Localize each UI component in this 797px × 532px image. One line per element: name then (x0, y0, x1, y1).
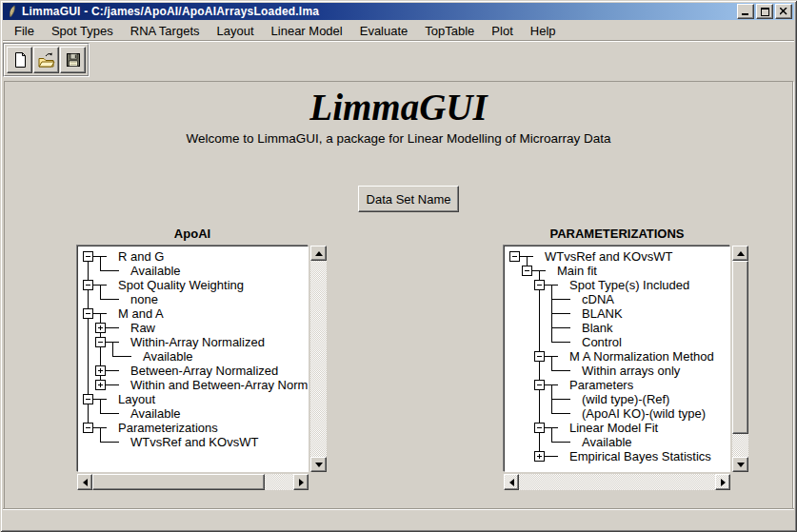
tree-collapse-toggle[interactable] (95, 337, 106, 347)
open-file-button[interactable] (33, 47, 59, 73)
arrow-up-icon (315, 251, 323, 256)
tree-collapse-toggle[interactable] (83, 308, 93, 319)
tree-collapse-toggle[interactable] (534, 380, 545, 390)
save-file-button[interactable] (60, 47, 86, 73)
new-file-icon (11, 51, 29, 69)
menu-item-help[interactable]: Help (522, 22, 565, 40)
window-title: LimmaGUI - C:/james/ApoAI/ApoAIArraysLoa… (22, 5, 737, 18)
tree-collapse-toggle[interactable] (83, 280, 93, 290)
close-button[interactable] (775, 4, 792, 19)
scroll-left-button[interactable] (504, 474, 519, 490)
tree-node-label[interactable]: Within arrays only (582, 364, 680, 378)
tree-connector-line (92, 256, 107, 257)
tree-node-label[interactable]: (ApoAI KO)-(wild type) (582, 406, 706, 421)
tree-node-label[interactable]: Layout (118, 392, 155, 406)
left-tree-horizontal-scrollbar[interactable] (77, 474, 309, 490)
tree-connector-line (544, 456, 558, 457)
tree-node-label[interactable]: Blank (582, 321, 613, 335)
tree-node-label[interactable]: Raw (130, 321, 155, 335)
left-tree-header: ApoAI (77, 227, 308, 242)
tree-node-label[interactable]: cDNA (582, 292, 614, 306)
tree-node-label[interactable]: BLANK (582, 306, 623, 321)
tree-node-label[interactable]: Within-Array Normalized (130, 335, 265, 349)
tree-collapse-toggle[interactable] (534, 280, 545, 290)
tree-connector-line (551, 356, 552, 370)
left-tree-vertical-scrollbar[interactable] (310, 246, 327, 472)
tree-node-label[interactable]: Linear Model Fit (569, 421, 658, 435)
tree-collapse-toggle[interactable] (83, 394, 93, 404)
right-tree-vertical-scrollbar[interactable] (732, 246, 748, 472)
tree-node-label[interactable]: Spot Type(s) Included (569, 278, 689, 292)
scroll-up-button[interactable] (310, 246, 327, 261)
tree-node-label[interactable]: WTvsRef and KOvsWT (130, 435, 258, 449)
tree-node-label[interactable]: R and G (118, 249, 164, 264)
tree-node-label[interactable]: Between-Array Normalized (130, 364, 278, 378)
tree-node-label[interactable]: Spot Quality Weighting (118, 278, 244, 292)
tree-collapse-toggle[interactable] (534, 423, 545, 433)
tree-node-label[interactable]: Available (130, 264, 181, 278)
vertical-scroll-thumb[interactable] (732, 261, 748, 434)
menu-item-file[interactable]: File (6, 22, 43, 40)
tree-node-label[interactable]: Within and Between-Array Norm (130, 378, 308, 392)
scroll-right-button[interactable] (715, 474, 730, 490)
tree-expand-toggle[interactable] (95, 380, 106, 390)
menu-item-toptable[interactable]: TopTable (416, 22, 483, 40)
tree-collapse-toggle[interactable] (83, 251, 93, 262)
minimize-icon (742, 8, 750, 16)
scroll-down-button[interactable] (310, 457, 327, 472)
menu-item-evaluate[interactable]: Evaluate (351, 22, 417, 40)
tree-node-label[interactable]: Parameters (569, 378, 633, 392)
scroll-up-button[interactable] (732, 246, 748, 261)
menu-item-layout[interactable]: Layout (209, 22, 263, 40)
tree-collapse-toggle[interactable] (522, 266, 532, 276)
menu-bar: FileSpot TypesRNA TargetsLayoutLinear Mo… (3, 21, 794, 40)
tree-node-label[interactable]: Empirical Bayes Statistics (569, 449, 711, 463)
tree-node-label[interactable]: Control (582, 335, 622, 349)
tree-connector-line (100, 285, 101, 299)
new-file-button[interactable] (7, 47, 32, 73)
tree-node-label[interactable]: M A Normalization Method (569, 349, 714, 364)
menu-item-rna-targets[interactable]: RNA Targets (122, 22, 209, 40)
open-folder-icon (37, 51, 55, 69)
feather-icon (6, 5, 19, 18)
tree-connector-line (100, 413, 119, 414)
scroll-down-button[interactable] (732, 457, 748, 472)
horizontal-scroll-thumb[interactable] (92, 474, 265, 490)
tree-expand-toggle[interactable] (95, 365, 106, 376)
tree-connector-line (100, 299, 119, 300)
tree-connector-line (92, 285, 107, 286)
title-bar[interactable]: LimmaGUI - C:/james/ApoAI/ApoAIArraysLoa… (3, 3, 794, 20)
menu-item-spot-types[interactable]: Spot Types (43, 22, 122, 40)
tree-collapse-toggle[interactable] (83, 423, 93, 433)
scroll-right-button[interactable] (293, 474, 309, 490)
tree-node-label[interactable]: Main fit (557, 264, 597, 278)
arrow-right-icon (721, 479, 726, 486)
scroll-left-button[interactable] (77, 474, 92, 490)
data-set-name-button[interactable]: Data Set Name (358, 186, 459, 212)
tree-node-label[interactable]: Parameterizations (118, 421, 218, 435)
toolbar (3, 43, 90, 77)
maximize-button[interactable] (756, 4, 773, 19)
tree-node-label[interactable]: WTvsRef and KOvsWT (545, 249, 672, 264)
right-tree-horizontal-scrollbar[interactable] (504, 474, 730, 490)
tree-connector-line (544, 427, 558, 428)
menu-item-plot[interactable]: Plot (483, 22, 521, 40)
tree-node-label[interactable]: M and A (118, 306, 164, 321)
arrow-down-icon (737, 463, 745, 467)
minimize-button[interactable] (737, 4, 754, 19)
tree-node-label[interactable]: Available (130, 406, 181, 421)
tree-connector-line (544, 384, 558, 385)
tree-connector-line (100, 270, 119, 271)
tree-node-label[interactable]: Available (582, 435, 632, 449)
arrow-left-icon (83, 479, 88, 486)
tree-node-label[interactable]: none (130, 292, 158, 306)
tree-expand-toggle[interactable] (534, 451, 545, 462)
tree-node-label[interactable]: (wild type)-(Ref) (582, 392, 669, 406)
menu-item-linear-model[interactable]: Linear Model (263, 22, 351, 40)
tree-connector-line (551, 299, 570, 300)
tree-connector-line (551, 427, 552, 442)
tree-expand-toggle[interactable] (95, 323, 106, 333)
tree-collapse-toggle[interactable] (509, 251, 520, 262)
tree-node-label[interactable]: Available (143, 349, 193, 364)
tree-collapse-toggle[interactable] (534, 351, 545, 362)
